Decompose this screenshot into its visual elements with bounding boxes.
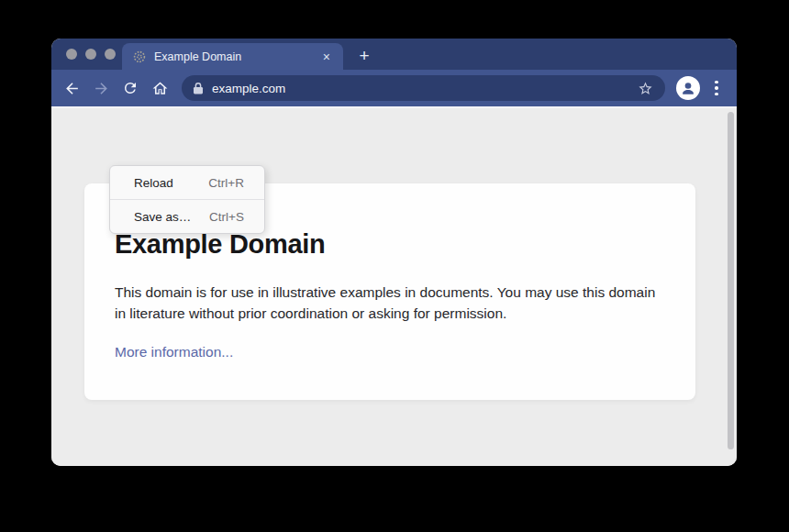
menu-item-shortcut: Ctrl+S [209,210,244,224]
new-tab-button[interactable]: + [354,45,374,67]
minimize-window-button[interactable] [85,49,96,60]
menu-item-shortcut: Ctrl+R [208,176,244,190]
address-bar[interactable]: example.com [182,75,665,101]
person-icon [679,79,697,97]
star-icon [638,81,653,96]
maximize-window-button[interactable] [105,49,116,60]
globe-favicon-icon [133,50,146,63]
context-menu-item-save-as[interactable]: Save as… Ctrl+S [110,199,264,233]
page-paragraph: This domain is for use in illustrative e… [115,282,659,324]
menu-item-label: Reload [134,176,173,190]
title-bar: Example Domain × + [51,39,737,70]
back-button[interactable] [57,73,86,103]
browser-menu-button[interactable] [706,73,728,103]
home-icon [151,80,169,97]
traffic-lights [66,49,116,60]
kebab-dot [715,81,718,84]
tab-close-icon[interactable]: × [321,50,332,63]
menu-item-label: Save as… [134,210,191,224]
browser-window: Example Domain × + example.com [51,39,737,466]
context-menu-item-reload[interactable]: Reload Ctrl+R [110,166,264,199]
reload-button[interactable] [116,73,145,103]
page-viewport: Example Domain This domain is for use in… [51,106,737,466]
vertical-scrollbar[interactable] [728,112,734,449]
tab-title: Example Domain [154,50,321,63]
lock-icon [193,82,204,94]
profile-avatar-button[interactable] [676,76,700,100]
kebab-dot [715,86,718,90]
browser-toolbar: example.com [51,70,737,106]
reload-icon [122,80,139,96]
kebab-dot [715,93,718,96]
url-text: example.com [212,82,634,95]
tab-example-domain[interactable]: Example Domain × [122,43,343,70]
more-information-link[interactable]: More information... [115,344,233,360]
context-menu: Reload Ctrl+R Save as… Ctrl+S [109,165,265,234]
bookmark-star-button[interactable] [634,77,656,99]
home-button[interactable] [145,73,174,103]
back-arrow-icon [63,80,81,97]
close-window-button[interactable] [66,49,77,60]
forward-button[interactable] [86,73,116,103]
forward-arrow-icon [93,80,110,97]
